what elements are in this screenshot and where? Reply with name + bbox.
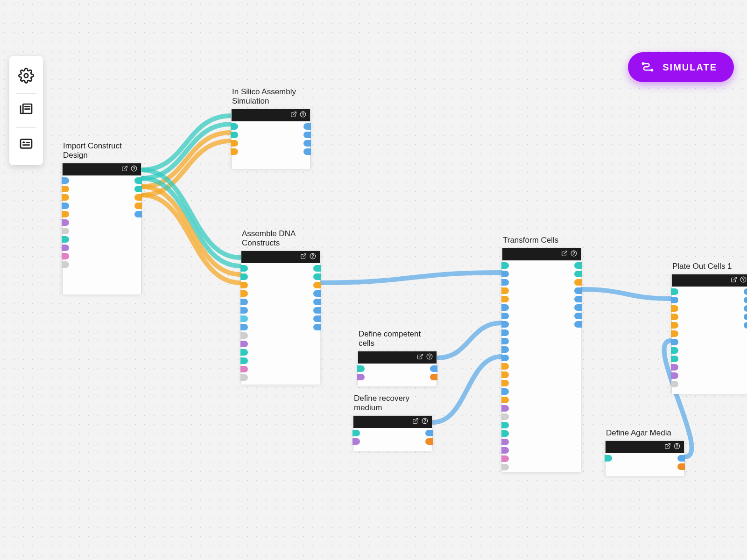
node-competent[interactable]: Define competent cells xyxy=(358,329,437,386)
open-external-icon[interactable] xyxy=(290,111,297,119)
input-port[interactable] xyxy=(501,464,509,470)
output-port[interactable] xyxy=(303,148,311,155)
output-port[interactable] xyxy=(430,365,437,372)
node-card[interactable] xyxy=(358,351,437,386)
output-port[interactable] xyxy=(313,273,321,280)
output-port[interactable] xyxy=(313,307,321,314)
output-port[interactable] xyxy=(313,290,321,297)
input-port[interactable] xyxy=(501,430,509,437)
output-port[interactable] xyxy=(744,288,747,295)
input-port[interactable] xyxy=(671,314,678,320)
input-port[interactable] xyxy=(240,332,248,339)
input-port[interactable] xyxy=(671,347,678,354)
input-port[interactable] xyxy=(671,322,678,329)
output-port[interactable] xyxy=(430,374,437,380)
input-port[interactable] xyxy=(501,405,509,412)
input-port[interactable] xyxy=(501,346,509,353)
output-port[interactable] xyxy=(303,132,311,138)
node-agar[interactable]: Define Agar Media xyxy=(605,428,684,476)
node-plate[interactable]: Plate Out Cells 1 xyxy=(671,262,747,393)
open-external-icon[interactable] xyxy=(121,165,128,174)
input-port[interactable] xyxy=(501,271,509,277)
input-port[interactable] xyxy=(501,313,509,319)
output-port[interactable] xyxy=(574,313,582,319)
output-port[interactable] xyxy=(677,455,685,462)
toolbar-settings-button[interactable] xyxy=(9,60,43,93)
node-card[interactable] xyxy=(502,248,581,472)
input-port[interactable] xyxy=(240,299,248,305)
output-port[interactable] xyxy=(425,438,433,445)
node-import[interactable]: Import Construct Design xyxy=(62,141,141,294)
open-external-icon[interactable] xyxy=(561,250,568,259)
input-port[interactable] xyxy=(231,123,238,130)
output-port[interactable] xyxy=(744,297,747,303)
help-icon[interactable] xyxy=(131,165,137,174)
input-port[interactable] xyxy=(231,140,238,147)
node-card[interactable] xyxy=(671,274,747,393)
output-port[interactable] xyxy=(313,315,321,322)
help-icon[interactable] xyxy=(422,418,428,426)
input-port[interactable] xyxy=(231,148,238,155)
output-port[interactable] xyxy=(574,304,582,311)
output-port[interactable] xyxy=(134,186,142,192)
output-port[interactable] xyxy=(574,271,582,277)
input-port[interactable] xyxy=(671,339,678,345)
output-port[interactable] xyxy=(303,140,311,147)
input-port[interactable] xyxy=(501,455,509,462)
input-port[interactable] xyxy=(501,371,509,378)
open-external-icon[interactable] xyxy=(412,418,419,426)
help-icon[interactable] xyxy=(571,250,577,259)
input-port[interactable] xyxy=(357,365,365,372)
output-port[interactable] xyxy=(574,262,582,269)
input-port[interactable] xyxy=(62,219,69,226)
output-port[interactable] xyxy=(313,265,321,272)
input-port[interactable] xyxy=(240,324,248,330)
help-icon[interactable] xyxy=(426,353,433,362)
input-port[interactable] xyxy=(62,211,69,217)
output-port[interactable] xyxy=(574,287,582,294)
input-port[interactable] xyxy=(671,381,678,387)
input-port[interactable] xyxy=(62,194,69,201)
input-port[interactable] xyxy=(671,305,678,312)
node-transform[interactable]: Transform Cells xyxy=(502,236,581,472)
node-assemble[interactable]: Assemble DNA Constructs xyxy=(241,229,320,384)
input-port[interactable] xyxy=(501,413,509,420)
open-external-icon[interactable] xyxy=(731,276,737,285)
input-port[interactable] xyxy=(671,364,678,371)
output-port[interactable] xyxy=(574,296,582,302)
input-port[interactable] xyxy=(501,304,509,311)
node-card[interactable] xyxy=(241,251,320,384)
output-port[interactable] xyxy=(313,324,321,330)
input-port[interactable] xyxy=(352,438,360,445)
input-port[interactable] xyxy=(62,228,69,234)
input-port[interactable] xyxy=(62,236,69,243)
input-port[interactable] xyxy=(240,366,248,372)
simulate-button[interactable]: SIMULATE xyxy=(628,52,734,82)
node-card[interactable] xyxy=(353,415,432,450)
input-port[interactable] xyxy=(62,177,69,184)
help-icon[interactable] xyxy=(740,276,747,285)
input-port[interactable] xyxy=(501,397,509,403)
input-port[interactable] xyxy=(231,132,238,138)
input-port[interactable] xyxy=(501,296,509,302)
input-port[interactable] xyxy=(501,422,509,428)
input-port[interactable] xyxy=(240,315,248,322)
open-external-icon[interactable] xyxy=(417,353,423,362)
input-port[interactable] xyxy=(357,374,365,380)
open-external-icon[interactable] xyxy=(664,443,671,451)
output-port[interactable] xyxy=(303,123,311,130)
input-port[interactable] xyxy=(501,388,509,395)
node-recovery[interactable]: Define recovery medium xyxy=(353,394,432,450)
input-port[interactable] xyxy=(62,186,69,192)
input-port[interactable] xyxy=(240,273,248,280)
output-port[interactable] xyxy=(134,203,142,209)
input-port[interactable] xyxy=(501,321,509,328)
output-port[interactable] xyxy=(744,322,747,329)
toolbar-notes-button[interactable] xyxy=(9,94,43,127)
input-port[interactable] xyxy=(240,349,248,356)
output-port[interactable] xyxy=(134,194,142,201)
node-card[interactable] xyxy=(231,109,310,168)
node-insilico[interactable]: In Silico Assembly Simulation xyxy=(231,87,310,168)
input-port[interactable] xyxy=(240,290,248,297)
input-port[interactable] xyxy=(671,330,678,337)
